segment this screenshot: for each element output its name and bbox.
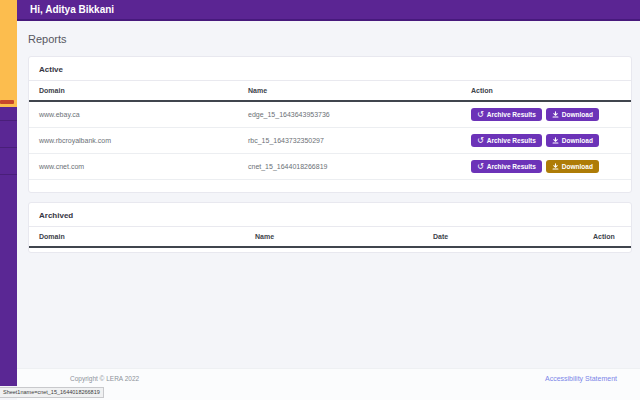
toolbar-purple-section xyxy=(0,107,17,386)
column-header-name: Name xyxy=(245,227,423,247)
download-icon xyxy=(552,111,559,118)
browser-status-tooltip: Sheet1name=cnet_15_1644018266819 xyxy=(0,387,104,398)
archive-button-label: Archive Results xyxy=(487,111,536,118)
toolbar-red-text xyxy=(0,100,14,104)
main-content: Reports Active Domain Name Action www.eb… xyxy=(17,21,640,400)
table-row: www.cnet.com cnet_15_1644018266819 ↺ Arc… xyxy=(29,154,631,180)
archive-button-label: Archive Results xyxy=(487,163,536,170)
archived-reports-table: Domain Name Date Action xyxy=(29,227,631,248)
column-header-action: Action xyxy=(583,227,631,247)
undo-icon: ↺ xyxy=(477,137,484,145)
undo-icon: ↺ xyxy=(477,163,484,171)
download-button-label: Download xyxy=(562,163,593,170)
column-header-name: Name xyxy=(238,81,461,101)
table-row: www.ebay.ca edge_15_1643643953736 ↺ Arch… xyxy=(29,101,631,128)
archive-results-button[interactable]: ↺ Archive Results xyxy=(471,108,542,121)
app-header: Hi, Aditya Bikkani xyxy=(17,0,640,21)
domain-cell: www.ebay.ca xyxy=(29,101,238,128)
active-reports-table: Domain Name Action www.ebay.ca edge_15_1… xyxy=(29,81,631,180)
download-button-label: Download xyxy=(562,111,593,118)
accessibility-statement-link[interactable]: Accessibility Statement xyxy=(545,375,617,382)
domain-cell: www.rbcroyalbank.com xyxy=(29,128,238,154)
table-header-row: Domain Name Date Action xyxy=(29,227,631,247)
archive-results-button[interactable]: ↺ Archive Results xyxy=(471,160,542,173)
table-row: www.rbcroyalbank.com rbc_15_164373235029… xyxy=(29,128,631,154)
download-button-label: Download xyxy=(562,137,593,144)
archived-reports-card: Archived Domain Name Date Action xyxy=(28,202,632,253)
undo-icon: ↺ xyxy=(477,111,484,119)
name-cell: rbc_15_1643732350297 xyxy=(238,128,461,154)
archive-results-button[interactable]: ↺ Archive Results xyxy=(471,134,542,147)
archived-section-title: Archived xyxy=(29,203,631,227)
footer-band xyxy=(17,368,640,400)
download-button[interactable]: Download xyxy=(546,108,599,121)
copyright-text: Copyright © LERA 2022 xyxy=(70,375,139,382)
download-icon xyxy=(552,163,559,170)
toolbar-divider xyxy=(0,120,17,121)
greeting-text: Hi, Aditya Bikkani xyxy=(30,4,114,15)
left-toolbar-strip xyxy=(0,0,17,386)
archive-button-label: Archive Results xyxy=(487,137,536,144)
name-cell: edge_15_1643643953736 xyxy=(238,101,461,128)
active-section-title: Active xyxy=(29,57,631,81)
toolbar-divider xyxy=(0,147,17,148)
download-button[interactable]: Download xyxy=(546,134,599,147)
active-reports-card: Active Domain Name Action www.ebay.ca ed… xyxy=(28,56,632,193)
toolbar-divider xyxy=(0,174,17,175)
domain-cell: www.cnet.com xyxy=(29,154,238,180)
column-header-domain: Domain xyxy=(29,227,245,247)
toolbar-orange-section xyxy=(0,0,17,107)
column-header-domain: Domain xyxy=(29,81,238,101)
column-header-action: Action xyxy=(461,81,631,101)
table-header-row: Domain Name Action xyxy=(29,81,631,101)
name-cell: cnet_15_1644018266819 xyxy=(238,154,461,180)
page-title: Reports xyxy=(28,33,67,45)
download-icon xyxy=(552,137,559,144)
download-button-hovered[interactable]: Download xyxy=(546,160,599,173)
column-header-date: Date xyxy=(423,227,583,247)
